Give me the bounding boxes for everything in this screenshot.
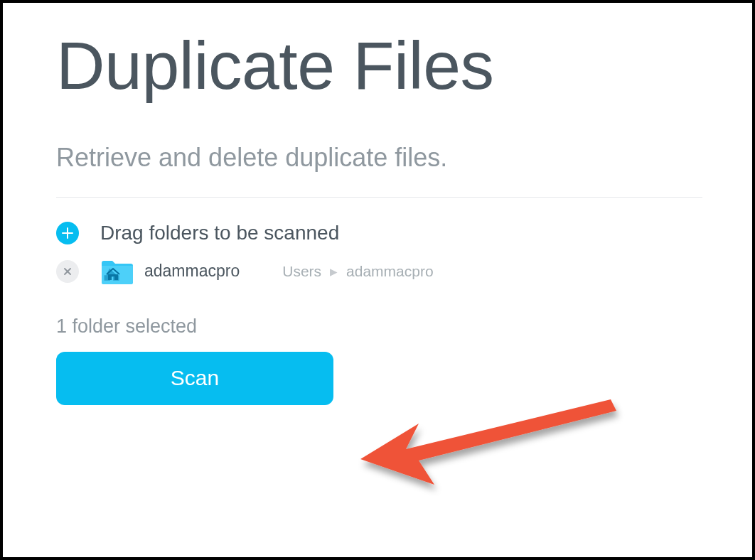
page-title: Duplicate Files (56, 28, 702, 103)
remove-folder-button[interactable] (56, 260, 79, 283)
drag-folders-label: Drag folders to be scanned (100, 222, 339, 244)
breadcrumb-segment: adammacpro (346, 263, 434, 280)
selection-status: 1 folder selected (56, 316, 702, 338)
home-folder-icon (100, 257, 134, 286)
scan-button[interactable]: Scan (56, 352, 333, 405)
divider (56, 197, 702, 198)
close-icon (63, 267, 72, 276)
page-subtitle: Retrieve and delete duplicate files. (56, 143, 702, 173)
breadcrumb-segment: Users (282, 263, 321, 280)
folder-name: adammacpro (144, 262, 240, 281)
chevron-right-icon: ▸ (330, 263, 338, 280)
folder-item: adammacpro Users ▸ adammacpro (56, 257, 702, 286)
annotation-arrow-icon (355, 387, 625, 500)
scan-button-label: Scan (171, 366, 219, 390)
plus-icon (62, 227, 73, 239)
drag-folders-row: Drag folders to be scanned (56, 222, 702, 244)
add-folder-button[interactable] (56, 222, 79, 244)
folder-breadcrumb: Users ▸ adammacpro (282, 263, 433, 280)
